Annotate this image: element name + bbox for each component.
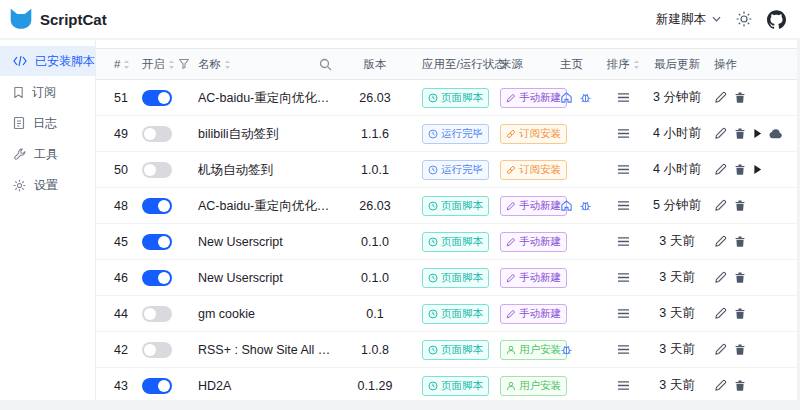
sidebar-item-installed-scripts[interactable]: 已安装脚本 (0, 46, 95, 76)
enable-toggle[interactable] (142, 90, 172, 106)
script-version: 1.0.1 (340, 163, 410, 177)
script-name[interactable]: AC-baidu-重定向优化百度搜狗谷歌... (198, 188, 340, 224)
drag-icon[interactable] (617, 128, 630, 139)
edit-icon[interactable] (714, 307, 727, 320)
col-header-homepage: 主页 (558, 57, 600, 72)
new-script-label: 新建脚本 (656, 11, 706, 28)
enable-toggle[interactable] (142, 306, 172, 322)
enable-toggle[interactable] (142, 342, 172, 358)
col-header-sort[interactable]: 排序 (600, 57, 646, 72)
theme-toggle-button[interactable] (736, 11, 752, 27)
source-badge: 手动新建 (500, 268, 567, 288)
enable-toggle[interactable] (142, 234, 172, 250)
enable-toggle[interactable] (142, 126, 172, 142)
sidebar-item-logs[interactable]: 日志 (0, 108, 95, 138)
sort-cell (600, 164, 646, 175)
sidebar-item-subscriptions[interactable]: 订阅 (0, 77, 95, 107)
script-name[interactable]: AC-baidu-重定向优化百度搜狗谷歌... (198, 80, 340, 116)
new-script-button[interactable]: 新建脚本 (656, 11, 721, 28)
enable-toggle[interactable] (142, 270, 172, 286)
script-version: 1.0.8 (340, 343, 410, 357)
col-header-enabled[interactable]: 开启 (142, 57, 198, 72)
script-number: 46 (114, 271, 142, 285)
status-cell: 运行完毕 (410, 124, 498, 144)
status-badge: 页面脚本 (422, 232, 489, 252)
script-name[interactable]: gm cookie (198, 296, 340, 332)
brand: ScriptCat (8, 6, 107, 32)
github-link[interactable] (767, 10, 786, 29)
drag-icon[interactable] (617, 200, 630, 211)
table-row: 48AC-baidu-重定向优化百度搜狗谷歌...26.03页面脚本手动新建5 … (96, 188, 797, 224)
sort-icon[interactable] (168, 59, 175, 70)
delete-icon[interactable] (734, 307, 746, 320)
sidebar-item-settings[interactable]: 设置 (0, 170, 95, 200)
actions-cell (708, 163, 789, 176)
drag-icon[interactable] (617, 236, 630, 247)
sidebar-item-tools[interactable]: 工具 (0, 139, 95, 169)
bug-icon[interactable] (560, 343, 573, 356)
script-name[interactable]: HD2A (198, 368, 340, 401)
cloud-icon[interactable] (769, 128, 783, 139)
delete-icon[interactable] (734, 379, 746, 392)
delete-icon[interactable] (734, 199, 746, 212)
sidebar-item-label: 订阅 (32, 84, 56, 101)
script-name[interactable]: bilibili自动签到 (198, 116, 340, 152)
col-label: 排序 (607, 57, 630, 72)
script-name[interactable]: New Userscript (198, 224, 340, 260)
sort-icon[interactable] (123, 59, 130, 70)
enable-cell (142, 198, 198, 214)
col-header-updated: 最后更新 (646, 57, 708, 72)
edit-icon[interactable] (714, 127, 727, 140)
clock-icon (428, 93, 438, 103)
clock-icon (428, 129, 438, 139)
search-icon[interactable] (319, 58, 332, 71)
play-icon[interactable] (753, 128, 762, 139)
last-updated: 5 分钟前 (646, 197, 708, 214)
edit-icon[interactable] (714, 235, 727, 248)
bug-icon[interactable] (579, 199, 592, 212)
drag-icon[interactable] (617, 92, 630, 103)
enable-cell (142, 270, 198, 286)
edit-icon[interactable] (714, 163, 727, 176)
table-row: 42RSS+ : Show Site All RSS1.0.8页面脚本用户安装3… (96, 332, 797, 368)
home-icon[interactable] (560, 91, 573, 104)
pencil-icon (506, 309, 516, 319)
play-icon[interactable] (753, 164, 762, 175)
delete-icon[interactable] (734, 127, 746, 140)
enable-toggle[interactable] (142, 378, 172, 394)
bug-icon[interactable] (579, 91, 592, 104)
drag-icon[interactable] (617, 344, 630, 355)
last-updated: 3 分钟前 (646, 89, 708, 106)
actions-cell (708, 127, 789, 140)
sort-icon[interactable] (224, 59, 231, 70)
drag-icon[interactable] (617, 308, 630, 319)
drag-icon[interactable] (617, 380, 630, 391)
delete-icon[interactable] (734, 91, 746, 104)
scripts-panel: # 开启 名称 版本 应用至/运行状态 来源 (96, 40, 797, 400)
sort-icon[interactable] (633, 59, 640, 70)
pencil-icon (506, 201, 516, 211)
script-number: 44 (114, 307, 142, 321)
script-name[interactable]: 机场自动签到 (198, 152, 340, 188)
delete-icon[interactable] (734, 163, 746, 176)
edit-icon[interactable] (714, 91, 727, 104)
script-name[interactable]: New Userscript (198, 260, 340, 296)
col-header-index[interactable]: # (114, 58, 142, 70)
delete-icon[interactable] (734, 343, 746, 356)
edit-icon[interactable] (714, 199, 727, 212)
edit-icon[interactable] (714, 343, 727, 356)
edit-icon[interactable] (714, 379, 727, 392)
delete-icon[interactable] (734, 271, 746, 284)
col-header-name[interactable]: 名称 (198, 57, 340, 72)
enable-toggle[interactable] (142, 198, 172, 214)
script-name[interactable]: RSS+ : Show Site All RSS (198, 332, 340, 368)
script-version: 0.1.29 (340, 379, 410, 393)
enable-toggle[interactable] (142, 162, 172, 178)
drag-icon[interactable] (617, 272, 630, 283)
edit-icon[interactable] (714, 271, 727, 284)
drag-icon[interactable] (617, 164, 630, 175)
home-icon[interactable] (560, 199, 573, 212)
delete-icon[interactable] (734, 235, 746, 248)
filter-icon[interactable] (178, 58, 190, 70)
source-cell: 用户安装 (498, 340, 558, 360)
